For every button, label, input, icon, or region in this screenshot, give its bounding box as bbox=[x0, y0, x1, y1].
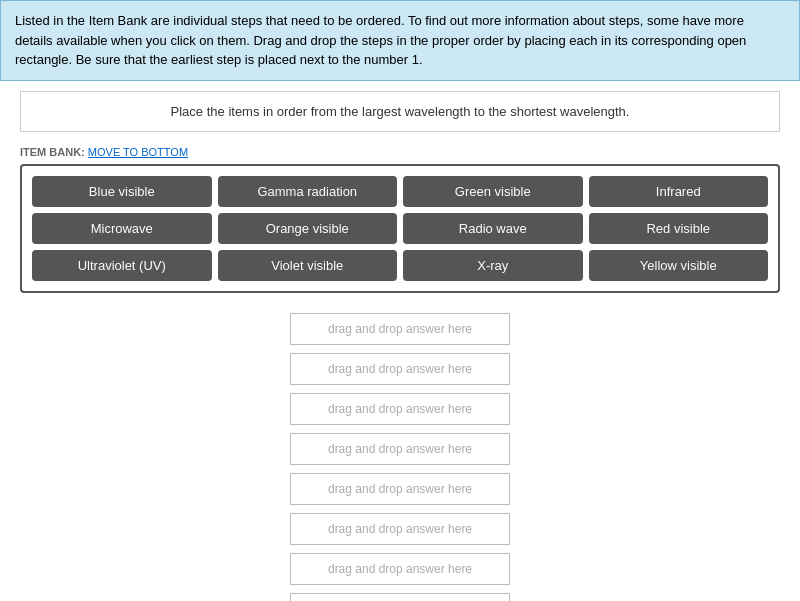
drop-zone[interactable]: drag and drop answer here bbox=[290, 593, 510, 602]
move-to-bottom-link[interactable]: Move to Bottom bbox=[88, 146, 188, 158]
item-chip[interactable]: X-ray bbox=[403, 250, 583, 281]
instructions-banner: Listed in the Item Bank are individual s… bbox=[0, 0, 800, 81]
item-bank-container: Blue visibleGamma radiationGreen visible… bbox=[20, 164, 780, 293]
item-chip[interactable]: Microwave bbox=[32, 213, 212, 244]
item-chip[interactable]: Ultraviolet (UV) bbox=[32, 250, 212, 281]
instructions-text: Listed in the Item Bank are individual s… bbox=[15, 13, 746, 67]
drop-zone[interactable]: drag and drop answer here bbox=[290, 513, 510, 545]
question-area: Place the items in order from the larges… bbox=[0, 81, 800, 602]
prompt-text: Place the items in order from the larges… bbox=[171, 104, 630, 119]
drop-zone[interactable]: drag and drop answer here bbox=[290, 433, 510, 465]
item-chip[interactable]: Gamma radiation bbox=[218, 176, 398, 207]
item-chip[interactable]: Infrared bbox=[589, 176, 769, 207]
item-chip[interactable]: Yellow visible bbox=[589, 250, 769, 281]
drop-zone[interactable]: drag and drop answer here bbox=[290, 473, 510, 505]
item-bank-grid: Blue visibleGamma radiationGreen visible… bbox=[32, 176, 768, 281]
drop-zone[interactable]: drag and drop answer here bbox=[290, 313, 510, 345]
drop-zone[interactable]: drag and drop answer here bbox=[290, 393, 510, 425]
item-bank-header: ITEM BANK: Move to Bottom bbox=[20, 146, 780, 158]
drop-zone[interactable]: drag and drop answer here bbox=[290, 553, 510, 585]
item-chip[interactable]: Orange visible bbox=[218, 213, 398, 244]
prompt-box: Place the items in order from the larges… bbox=[20, 91, 780, 132]
drop-zones: drag and drop answer heredrag and drop a… bbox=[20, 313, 780, 602]
item-chip[interactable]: Blue visible bbox=[32, 176, 212, 207]
drop-zone[interactable]: drag and drop answer here bbox=[290, 353, 510, 385]
item-chip[interactable]: Radio wave bbox=[403, 213, 583, 244]
item-chip[interactable]: Red visible bbox=[589, 213, 769, 244]
item-chip[interactable]: Green visible bbox=[403, 176, 583, 207]
item-chip[interactable]: Violet visible bbox=[218, 250, 398, 281]
